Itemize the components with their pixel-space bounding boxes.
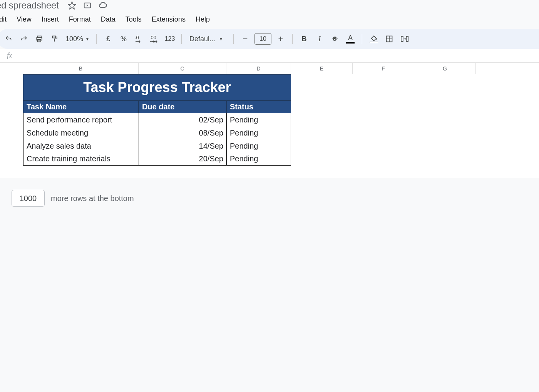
column-header-c[interactable]: C xyxy=(139,63,226,74)
move-icon[interactable] xyxy=(83,1,92,10)
column-header-g[interactable]: G xyxy=(414,63,476,74)
svg-point-10 xyxy=(376,39,377,40)
font-size-group: − + xyxy=(238,32,288,46)
toolbar: 100% ▼ £ % .0 .00 123 Defaul... ▼ − + B … xyxy=(0,29,539,49)
number-format-button[interactable]: 123 xyxy=(163,32,177,46)
svg-text:.0: .0 xyxy=(135,35,139,40)
fx-icon: fx xyxy=(7,52,12,60)
text-color-bar xyxy=(346,42,355,44)
format-percent-button[interactable]: % xyxy=(117,32,131,46)
table-row: Send performance report 02/Sep Pending xyxy=(23,113,291,126)
cell-task-name[interactable]: Create training materials xyxy=(23,152,139,166)
column-header-e[interactable]: E xyxy=(291,63,353,74)
grid-body[interactable]: Task Progress Tracker Task Name Due date… xyxy=(0,74,539,178)
text-color-button[interactable]: A xyxy=(343,32,357,46)
fill-color-bar xyxy=(370,42,378,43)
print-icon[interactable] xyxy=(32,32,46,46)
add-rows-footer: more rows at the bottom xyxy=(0,178,539,207)
table-header-status[interactable]: Status xyxy=(226,101,291,113)
decrease-font-size-button[interactable]: − xyxy=(238,32,252,46)
menu-tools[interactable]: Tools xyxy=(121,14,146,25)
svg-rect-5 xyxy=(52,36,55,38)
chevron-down-icon: ▼ xyxy=(85,37,89,41)
task-table: Task Progress Tracker Task Name Due date… xyxy=(23,74,291,166)
increase-font-size-button[interactable]: + xyxy=(274,32,288,46)
cloud-saved-icon[interactable] xyxy=(98,1,107,10)
table-row: Analyze sales data 14/Sep Pending xyxy=(23,139,291,152)
cell-status[interactable]: Pending xyxy=(226,126,291,139)
menu-help[interactable]: Help xyxy=(191,14,214,25)
text-color-letter: A xyxy=(348,34,353,41)
cell-status[interactable]: Pending xyxy=(226,113,291,126)
cell-task-name[interactable]: Analyze sales data xyxy=(23,139,139,152)
column-header-d[interactable]: D xyxy=(226,63,291,74)
merge-cells-button[interactable] xyxy=(398,32,412,46)
chevron-down-icon: ▼ xyxy=(219,37,223,41)
svg-rect-14 xyxy=(401,36,403,41)
strikethrough-button[interactable]: S xyxy=(328,32,342,46)
sheet-area: B C D E F G Task Progress Tracker Task N… xyxy=(0,63,539,178)
paint-bucket-icon xyxy=(370,35,378,41)
menu-view[interactable]: View xyxy=(12,14,36,25)
table-header-duedate[interactable]: Due date xyxy=(139,101,226,113)
cell-due-date[interactable]: 14/Sep xyxy=(139,139,226,152)
cell-task-name[interactable]: Send performance report xyxy=(23,113,139,126)
column-headers: B C D E F G xyxy=(0,63,539,74)
separator xyxy=(233,34,234,44)
cell-status[interactable]: Pending xyxy=(226,139,291,152)
cell-due-date[interactable]: 02/Sep xyxy=(139,113,226,126)
fill-color-button[interactable] xyxy=(367,32,381,46)
menu-extensions[interactable]: Extensions xyxy=(147,14,190,25)
formula-bar[interactable]: fx xyxy=(0,49,539,63)
format-currency-button[interactable]: £ xyxy=(101,32,115,46)
separator xyxy=(181,34,182,44)
cell-due-date[interactable]: 20/Sep xyxy=(139,152,226,166)
column-header-f[interactable]: F xyxy=(353,63,414,74)
svg-text:.00: .00 xyxy=(149,35,156,40)
menu-bar: dit View Insert Format Data Tools Extens… xyxy=(0,12,539,29)
separator xyxy=(292,34,293,44)
italic-button[interactable]: I xyxy=(313,32,326,46)
more-rows-label: more rows at the bottom xyxy=(51,194,134,203)
undo-icon[interactable] xyxy=(2,32,15,46)
header: ed spreadsheet dit View Insert Format Da… xyxy=(0,0,539,49)
cell-status[interactable]: Pending xyxy=(226,152,291,166)
table-header-row: Task Name Due date Status xyxy=(23,101,291,113)
paint-format-icon[interactable] xyxy=(48,32,62,46)
document-title[interactable]: ed spreadsheet xyxy=(0,0,59,11)
cell-due-date[interactable]: 08/Sep xyxy=(139,126,226,139)
bold-button[interactable]: B xyxy=(297,32,311,46)
svg-marker-0 xyxy=(69,2,75,9)
font-family-value: Defaul... xyxy=(189,35,215,43)
table-header-taskname[interactable]: Task Name xyxy=(23,101,139,113)
increase-decimal-icon[interactable]: .00 xyxy=(147,32,161,46)
svg-rect-15 xyxy=(406,36,408,41)
select-all-corner[interactable] xyxy=(0,63,23,74)
zoom-value: 100% xyxy=(65,35,83,43)
menu-data[interactable]: Data xyxy=(96,14,120,25)
font-family-dropdown[interactable]: Defaul... ▼ xyxy=(186,35,229,43)
title-row: ed spreadsheet xyxy=(0,0,539,12)
decrease-decimal-icon[interactable]: .0 xyxy=(132,32,146,46)
table-row: Schedule meeting 08/Sep Pending xyxy=(23,126,291,139)
column-header-b[interactable]: B xyxy=(23,63,139,74)
menu-edit[interactable]: dit xyxy=(0,14,11,25)
table-title[interactable]: Task Progress Tracker xyxy=(23,74,291,101)
cell-task-name[interactable]: Schedule meeting xyxy=(23,126,139,139)
table-row: Create training materials 20/Sep Pending xyxy=(23,152,291,166)
borders-button[interactable] xyxy=(382,32,396,46)
add-rows-input[interactable] xyxy=(12,190,45,207)
separator xyxy=(362,34,362,44)
font-size-input[interactable] xyxy=(254,33,271,45)
zoom-dropdown[interactable]: 100% ▼ xyxy=(63,35,92,43)
star-icon[interactable] xyxy=(67,1,77,10)
redo-icon[interactable] xyxy=(17,32,31,46)
menu-format[interactable]: Format xyxy=(64,14,95,25)
separator xyxy=(96,34,97,44)
menu-insert[interactable]: Insert xyxy=(37,14,64,25)
